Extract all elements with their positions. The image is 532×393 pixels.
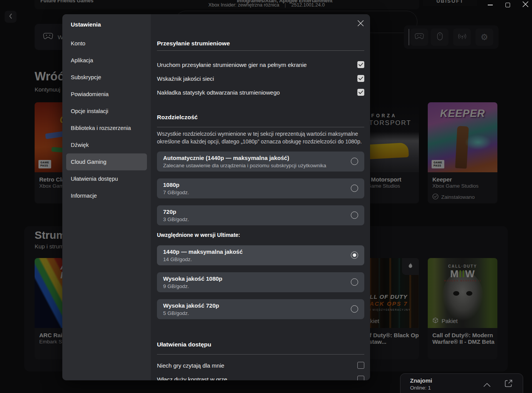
toggle-fullscreen-streaming: Uruchom przesyłanie strumieniowe gier na…	[157, 58, 364, 72]
resolution-option-1080p[interactable]: 1080p 7 GB/godz.	[157, 178, 364, 198]
nav-item-cloud-gaming[interactable]: Cloud Gaming	[66, 153, 147, 170]
external-link-icon	[504, 382, 513, 389]
option-subtitle: 7 GB/godz.	[163, 190, 189, 195]
close-icon	[522, 1, 529, 9]
friends-online-count: Online: 1	[410, 385, 431, 391]
friends-title: Znajomi	[410, 377, 432, 384]
toggle-label: Niech gry czytają dla mnie	[157, 362, 224, 369]
option-title: Automatycznie (1440p — maksymalna jakość…	[163, 155, 289, 161]
window-controls	[487, 0, 529, 10]
option-subtitle: 14 GB/godz.	[163, 256, 192, 262]
minimize-icon	[488, 5, 493, 5]
option-title: Wysoka jakość 1080p	[163, 275, 222, 282]
option-subtitle: 9 GB/godz.	[163, 283, 189, 289]
friends-expand-button[interactable]	[484, 381, 490, 388]
resolution-option-high-720p[interactable]: Wysoka jakość 720p 5 GB/godz.	[157, 299, 364, 319]
section-heading-accessibility: Ułatwienia dostępu	[157, 341, 211, 348]
radio-button[interactable]	[351, 278, 358, 286]
option-title: 1080p	[163, 182, 180, 188]
nav-item-powiadomienia[interactable]: Powiadomienia	[66, 86, 147, 103]
nav-item-informacje[interactable]: Informacje	[66, 187, 147, 204]
settings-dialog: Ustawienia Konto Aplikacja Subskrypcje P…	[62, 14, 370, 380]
nav-item-subskrypcje[interactable]: Subskrypcje	[66, 69, 147, 86]
checkbox[interactable]	[357, 362, 364, 369]
checkbox[interactable]	[357, 75, 364, 82]
settings-content: Przesyłanie strumieniowe Uruchom przesył…	[151, 14, 370, 380]
friends-panel: Znajomi Online: 1	[400, 373, 523, 393]
option-title: 1440p — maksymalna jakość	[163, 248, 243, 255]
nav-item-biblioteka[interactable]: Biblioteka i rozszerzenia	[66, 120, 147, 137]
radio-button[interactable]	[351, 185, 358, 192]
window-minimize-button[interactable]	[487, 2, 494, 8]
resolution-option-auto[interactable]: Automatycznie (1440p — maksymalna jakość…	[157, 152, 364, 172]
window-close-button[interactable]	[522, 2, 529, 8]
divider	[157, 50, 364, 51]
resolution-description: Wszystkie rozdzielczości wymienione w te…	[157, 130, 365, 145]
toggle-narrate-games: Niech gry czytają dla mnie	[157, 358, 364, 372]
settings-sidebar: Ustawienia Konto Aplikacja Subskrypcje P…	[62, 14, 151, 380]
maximize-icon	[505, 3, 510, 7]
divider	[157, 127, 364, 127]
nav-item-ulatwienia-dostepu[interactable]: Ułatwienia dostępu	[66, 170, 147, 187]
nav-item-konto[interactable]: Konto	[66, 35, 147, 52]
nav-item-aplikacja[interactable]: Aplikacja	[66, 52, 147, 69]
radio-button[interactable]	[351, 251, 358, 259]
nav-item-opcje-instalacji[interactable]: Opcje instalacji	[66, 103, 147, 120]
option-subtitle: Zalecane ustawienie dla urządzenia i poz…	[163, 163, 326, 168]
toggle-network-quality-indicator: Wskaźnik jakości sieci	[157, 72, 364, 85]
dialog-title: Ustawienia	[71, 21, 101, 28]
chevron-up-icon	[484, 381, 490, 388]
settings-nav: Konto Aplikacja Subskrypcje Powiadomieni…	[62, 35, 151, 204]
radio-button[interactable]	[351, 158, 358, 165]
checkbox[interactable]	[357, 376, 364, 380]
option-subtitle: 5 GB/godz.	[163, 310, 189, 316]
xbox-app-window: Future Friends Games Infogrames/Atari, A…	[0, 0, 532, 393]
close-icon	[357, 20, 364, 28]
nav-item-dzwiek[interactable]: Dźwięk	[66, 137, 147, 153]
checkbox[interactable]	[357, 89, 364, 96]
toggle-label: Uruchom przesyłanie strumieniowe gier na…	[157, 62, 307, 68]
option-title: 720p	[163, 208, 176, 215]
resolution-option-1440p-max[interactable]: 1440p — maksymalna jakość 14 GB/godz.	[157, 245, 364, 265]
dialog-close-button[interactable]	[356, 19, 365, 28]
ultimate-options-label: Uwzględnione w wersji Ultimate:	[157, 232, 240, 238]
radio-button[interactable]	[351, 305, 358, 313]
section-heading-resolution: Rozdzielczość	[157, 114, 198, 121]
toggle-label: Wskaźnik jakości sieci	[157, 75, 214, 82]
option-subtitle: 3 GB/godz.	[163, 216, 189, 222]
option-title: Wysoka jakość 720p	[163, 302, 219, 309]
toggle-high-contrast: Włącz duży kontrast w grze	[157, 372, 364, 380]
toggle-streaming-stats-overlay: Nakładka statystyk odtwarzania strumieni…	[157, 85, 364, 99]
toggle-label: Nakładka statystyk odtwarzania strumieni…	[157, 89, 280, 96]
checkbox[interactable]	[357, 61, 364, 68]
resolution-option-720p[interactable]: 720p 3 GB/godz.	[157, 205, 364, 225]
divider	[157, 354, 364, 355]
radio-button[interactable]	[351, 211, 358, 219]
friends-popout-button[interactable]	[504, 379, 513, 389]
section-heading-streaming: Przesyłanie strumieniowe	[157, 40, 230, 47]
window-maximize-button[interactable]	[504, 2, 511, 8]
resolution-option-high-1080p[interactable]: Wysoka jakość 1080p 9 GB/godz.	[157, 272, 364, 292]
toggle-label: Włącz duży kontrast w grze	[157, 376, 227, 381]
